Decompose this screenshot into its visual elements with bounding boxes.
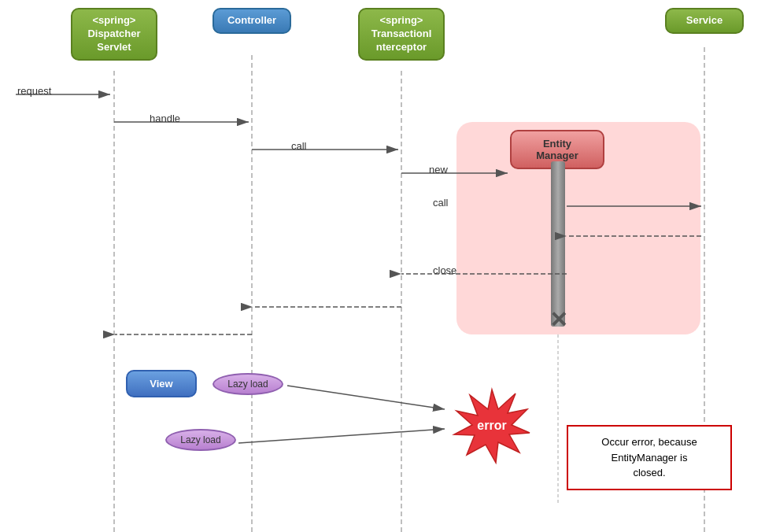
label-request: request: [17, 85, 51, 97]
svg-text:error: error: [477, 419, 506, 432]
lazy-load-1: Lazy load: [213, 373, 283, 395]
label-handle: handle: [150, 113, 180, 124]
actor-transaction: <spring> TransactionI nterceptor: [358, 8, 445, 61]
sequence-diagram: <spring> Dispatcher Servlet Controller <…: [0, 0, 765, 532]
actor-controller: Controller: [213, 8, 291, 34]
label-call2: call: [433, 197, 449, 209]
actor-service: Service: [665, 8, 744, 34]
view-box: View: [126, 370, 197, 397]
em-activation-bar: [551, 161, 565, 327]
label-close: close: [433, 264, 456, 276]
error-burst: error: [445, 386, 539, 464]
error-note: Occur error, because EntityManager is cl…: [567, 425, 732, 490]
svg-line-13: [287, 386, 445, 409]
actor-dispatcher: <spring> Dispatcher Servlet: [71, 8, 157, 61]
label-call1: call: [291, 140, 307, 152]
x-mark: ✕: [544, 305, 572, 334]
lazy-load-2: Lazy load: [165, 429, 236, 451]
svg-line-14: [238, 429, 445, 443]
label-new: new: [429, 164, 448, 175]
